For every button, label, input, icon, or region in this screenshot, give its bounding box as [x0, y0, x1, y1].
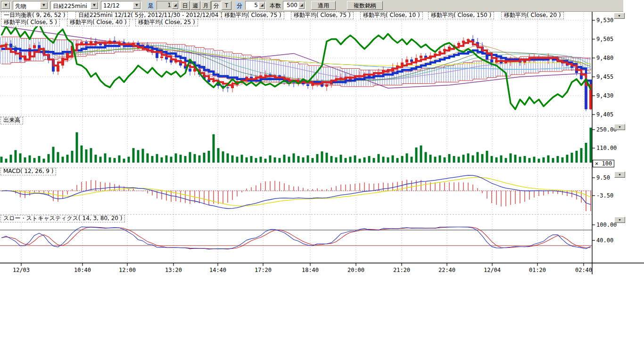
period-minute-button[interactable]: 分 [211, 1, 221, 10]
period-week-button[interactable]: 週 [190, 1, 200, 10]
svg-text:13:20: 13:20 [165, 267, 182, 273]
svg-text:01:20: 01:20 [529, 267, 546, 273]
bar-label: 足 [147, 2, 155, 9]
contract-month-value: 12/12 [103, 2, 120, 9]
legend-item-row1-4[interactable]: 移動平均( Close, 10 ) [360, 12, 423, 19]
mini-dropdown[interactable]: ▼ [1, 1, 11, 10]
legend-item-row1-6[interactable]: 移動平均( Close, 20 ) [501, 12, 564, 19]
minute-count-spinner[interactable]: 5 ◢ [245, 1, 266, 10]
svg-text:250.00: 250.00 [596, 126, 617, 133]
svg-text:22:40: 22:40 [438, 267, 455, 273]
svg-text:10:40: 10:40 [74, 267, 91, 273]
legend-item-row2-1[interactable]: 移動平均( Close, 40 ) [67, 19, 130, 26]
macd-pane-label[interactable]: MACD( 12, 26, 9 ) [0, 168, 56, 175]
svg-text:9,530: 9,530 [596, 17, 613, 24]
contract-month-select[interactable]: 12/12 ▼ [101, 1, 141, 10]
minute-count-value: 5 [254, 2, 258, 8]
main-toolbar: ▼ 先物 ▼ 日経225mini ▼ 12/12 ▼ 足 1 ◢ 日 週 月 分… [0, 0, 623, 12]
minute-label: 分 [236, 2, 243, 9]
period-month-button[interactable]: 月 [201, 1, 211, 10]
bars-count-value: 500 [287, 2, 297, 8]
svg-text:18:40: 18:40 [302, 267, 319, 273]
svg-text:14:40: 14:40 [209, 267, 226, 273]
chevron-down-icon: ▼ [133, 2, 140, 9]
symbol-select[interactable]: 日経225mini ▼ [50, 1, 99, 10]
period-day-button[interactable]: 日 [180, 1, 190, 10]
chevron-down-icon: ▼ [618, 218, 621, 222]
category-select-value: 先物 [15, 2, 26, 10]
svg-text:9,480: 9,480 [596, 55, 613, 61]
stochastics-pane-label[interactable]: スロー・ストキャスティクス( 14, 3, 80, 20 ) [0, 215, 125, 222]
svg-text:9,505: 9,505 [596, 36, 613, 42]
apply-button[interactable]: 適用 [311, 1, 336, 10]
svg-text:21:20: 21:20 [393, 267, 410, 273]
legend-item-row2-0[interactable]: 移動平均( Close, 5 ) [1, 19, 60, 26]
chart-canvas[interactable]: 9,5309,5059,4809,4559,4309,405250.00110.… [0, 0, 644, 362]
svg-text:20:00: 20:00 [347, 267, 364, 273]
symbol-select-value: 日経225mini [53, 2, 87, 10]
spinner-icon[interactable]: ◢ [172, 2, 178, 9]
volume-pane-menu-button[interactable]: ▼ [614, 124, 625, 130]
svg-text:9,430: 9,430 [596, 92, 613, 99]
bar-interval-value: 1 [167, 2, 171, 8]
price-pane-menu-button[interactable]: ▼ [614, 13, 625, 19]
svg-text:9,405: 9,405 [596, 111, 613, 118]
legend-item-row1-5[interactable]: 移動平均( Close, 150 ) [428, 12, 494, 19]
chevron-down-icon: ▼ [40, 2, 48, 9]
chevron-down-icon: ▼ [618, 14, 621, 17]
spinner-icon[interactable]: ◢ [298, 2, 305, 9]
chart-application-window: ▼ 先物 ▼ 日経225mini ▼ 12/12 ▼ 足 1 ◢ 日 週 月 分… [0, 0, 644, 362]
chevron-down-icon: ▼ [618, 173, 621, 176]
bars-label: 本数 [269, 2, 282, 9]
spinner-icon[interactable]: ◢ [259, 2, 265, 9]
bar-interval-spinner[interactable]: 1 ◢ [157, 1, 179, 10]
chevron-down-icon: ▼ [91, 2, 98, 9]
bars-count-spinner[interactable]: 500 ◢ [283, 1, 305, 10]
legend-item-row2-2[interactable]: 移動平均( Close, 25 ) [135, 19, 198, 26]
svg-text:12/04: 12/04 [484, 267, 501, 273]
svg-text:100.00: 100.00 [596, 222, 617, 228]
category-select[interactable]: 先物 ▼ [13, 1, 49, 10]
svg-text:12/03: 12/03 [13, 267, 30, 273]
svg-text:40.00: 40.00 [596, 237, 613, 244]
macd-pane-menu-button[interactable]: ▼ [614, 172, 625, 178]
svg-text:-3.50: -3.50 [596, 192, 613, 199]
volume-multiplier-badge: × 100 [593, 160, 614, 167]
svg-text:17:20: 17:20 [255, 267, 272, 273]
legend-item-row1-3[interactable]: 移動平均( Close, 75 ) [291, 12, 354, 19]
chevron-down-icon: ▼ [2, 2, 10, 9]
chevron-down-icon: ▼ [618, 125, 621, 129]
multi-symbol-button[interactable]: 複数銘柄 [347, 1, 383, 10]
volume-pane-label[interactable]: 出来高 [0, 117, 23, 124]
legend-item-row1-1[interactable]: 日経225mini 12/12( 5分, 2012/11/30 - 2012/1… [75, 12, 225, 19]
stochastics-pane-menu-button[interactable]: ▼ [614, 217, 625, 223]
svg-text:9,455: 9,455 [596, 74, 613, 80]
svg-text:110.00: 110.00 [596, 145, 617, 151]
legend-item-row1-2[interactable]: 移動平均( Close, 75 ) [222, 12, 284, 19]
svg-text:12:00: 12:00 [119, 267, 136, 273]
period-tick-button[interactable]: T [222, 1, 231, 10]
svg-text:02:40: 02:40 [575, 267, 592, 273]
svg-text:9.50: 9.50 [596, 174, 610, 181]
legend-item-row1-0[interactable]: 一目均衡表( 9, 26, 52 ) [1, 12, 68, 19]
